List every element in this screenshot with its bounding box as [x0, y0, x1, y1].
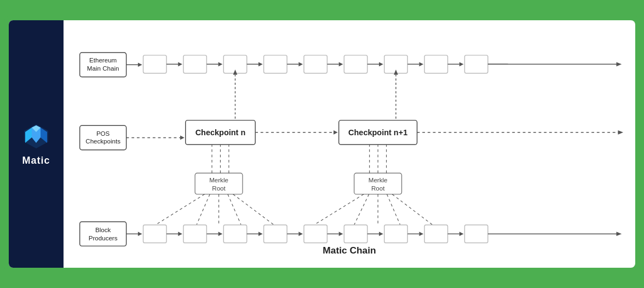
- svg-rect-95: [384, 225, 407, 243]
- svg-marker-16: [258, 62, 263, 66]
- svg-rect-98: [424, 225, 447, 243]
- svg-rect-101: [464, 225, 487, 243]
- svg-marker-76: [138, 232, 142, 236]
- svg-marker-22: [339, 62, 343, 66]
- svg-marker-100: [459, 232, 464, 236]
- svg-line-53: [154, 194, 205, 226]
- svg-text:Merkle: Merkle: [369, 177, 388, 183]
- svg-marker-85: [258, 232, 263, 236]
- svg-line-68: [392, 194, 434, 226]
- svg-rect-89: [304, 225, 327, 243]
- svg-rect-77: [143, 225, 166, 243]
- diagram-area: Ethereum Main Chain: [74, 30, 624, 262]
- checkpoint-n1-label: Checkpoint n+1: [348, 128, 407, 137]
- svg-marker-46: [334, 130, 338, 135]
- svg-rect-86: [264, 225, 287, 243]
- svg-rect-92: [344, 225, 367, 243]
- inner-frame: Matic Ethereum Main Chain: [9, 20, 635, 268]
- svg-marker-30: [419, 62, 423, 66]
- svg-rect-23: [344, 55, 367, 73]
- svg-marker-25: [379, 62, 383, 66]
- svg-marker-91: [339, 232, 343, 236]
- svg-text:Merkle: Merkle: [209, 177, 228, 183]
- svg-marker-103: [617, 232, 622, 236]
- svg-marker-49: [618, 130, 623, 135]
- svg-line-56: [228, 194, 242, 226]
- svg-rect-34: [464, 55, 487, 73]
- svg-rect-31: [424, 55, 447, 73]
- svg-text:Main Chain: Main Chain: [87, 65, 119, 72]
- checkpoint-n-label: Checkpoint n: [196, 128, 246, 137]
- svg-marker-38: [617, 62, 622, 66]
- svg-marker-94: [379, 232, 383, 236]
- diagram-svg: Ethereum Main Chain: [74, 30, 624, 260]
- svg-rect-72: [80, 222, 127, 246]
- svg-text:Ethereum: Ethereum: [89, 57, 117, 64]
- svg-marker-11: [219, 62, 223, 66]
- svg-marker-79: [178, 232, 182, 236]
- svg-line-54: [196, 194, 210, 226]
- svg-marker-8: [178, 62, 182, 66]
- brand-label: Matic: [22, 155, 50, 166]
- svg-rect-83: [223, 225, 246, 243]
- svg-marker-97: [419, 232, 423, 236]
- svg-text:Checkpoints: Checkpoints: [85, 138, 120, 145]
- matic-logo-icon: [21, 122, 51, 151]
- svg-rect-9: [183, 55, 206, 73]
- svg-rect-17: [264, 55, 287, 73]
- sidebar: Matic: [9, 20, 64, 268]
- svg-marker-82: [219, 232, 223, 236]
- svg-line-64: [312, 194, 364, 226]
- outer-frame: Matic Ethereum Main Chain: [4, 16, 640, 272]
- svg-rect-20: [304, 55, 327, 73]
- svg-text:Root: Root: [212, 185, 226, 192]
- svg-text:Root: Root: [371, 185, 385, 192]
- svg-line-57: [233, 194, 275, 226]
- svg-text:Block: Block: [95, 227, 111, 233]
- svg-marker-43: [180, 136, 185, 140]
- svg-rect-80: [183, 225, 206, 243]
- matic-chain-label: Matic Chain: [323, 245, 376, 256]
- svg-marker-5: [138, 62, 142, 67]
- svg-rect-6: [143, 55, 166, 73]
- main-content: Ethereum Main Chain: [64, 20, 635, 268]
- svg-marker-19: [298, 62, 303, 66]
- svg-text:Producers: Producers: [89, 235, 118, 241]
- svg-marker-33: [459, 62, 464, 66]
- svg-line-65: [354, 194, 369, 226]
- svg-line-67: [387, 194, 401, 226]
- svg-marker-88: [298, 232, 303, 236]
- svg-line-36: [508, 61, 519, 65]
- svg-text:POS: POS: [96, 130, 110, 137]
